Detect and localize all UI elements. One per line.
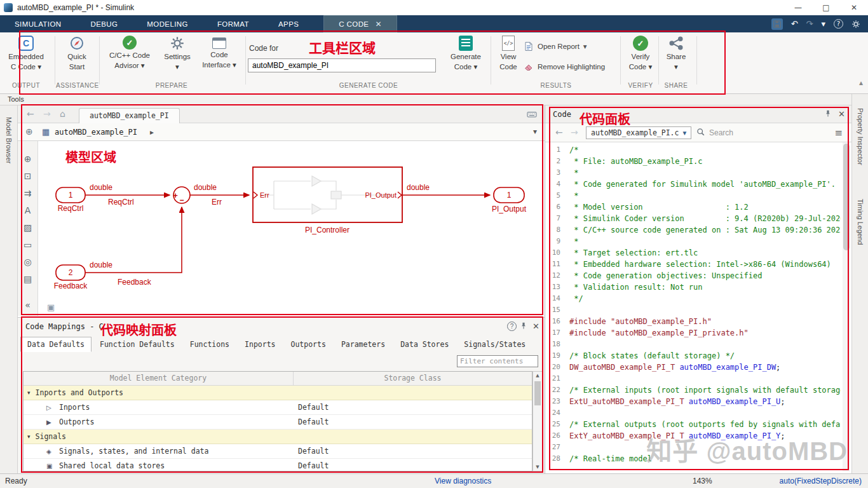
model-canvas[interactable]: 1 ReqCtrl 2 Feedback + − Err PI_Output P… [38,141,545,316]
tab-modeling[interactable]: MODELING [132,15,203,32]
category-row-signals[interactable]: ▾Signals [24,430,532,444]
help-icon[interactable]: ? [834,19,843,29]
qat-dropdown-icon[interactable]: ▾ [821,19,825,29]
timing-legend-tab[interactable]: Timing Legend [857,199,864,245]
maximize-button[interactable]: □ [812,0,840,15]
generate-code-button[interactable]: Generate Code ▾ [445,36,487,71]
storage-class-value[interactable]: Default [298,461,329,470]
file-selector[interactable]: autoMBD_example_PI.c ▾ [586,126,691,139]
image-icon[interactable]: ▨ [18,219,37,236]
code-interface-button[interactable]: Code Interface ▾ [198,36,240,69]
close-panel-icon[interactable]: ✕ [838,109,845,119]
minimize-button[interactable]: — [784,0,812,15]
expand-icon[interactable]: ▾ [27,390,31,396]
code-panel-title: Code [553,110,571,119]
tools-label: Tools [8,95,24,103]
verify-code-button[interactable]: ✓ Verify Code ▾ [624,36,657,71]
redo-icon[interactable]: ↷ [806,19,813,29]
mappings-tab-functions[interactable]: Functions [183,337,236,352]
collapse-palette-icon[interactable]: « [18,296,37,313]
remove-highlighting-button[interactable]: Remove Highlighting [524,62,605,72]
mappings-tab-inports[interactable]: Inports [238,337,282,352]
zoom-icon[interactable]: ⊕ [18,150,37,167]
mapping-row-inports[interactable]: ▷InportsDefault [24,400,532,415]
pin-icon[interactable] [824,109,832,118]
keyboard-icon[interactable] [527,109,537,119]
mappings-tab-function-defaults[interactable]: Function Defaults [93,337,182,352]
menu-icon[interactable]: ≡ [834,127,843,139]
screenshot-icon[interactable]: ◎ [18,253,37,270]
model-browser-tab[interactable]: Model Browser [5,117,13,163]
up-to-parent-icon[interactable]: ⌂ [60,109,65,119]
storage-class-value[interactable]: Default [298,417,329,426]
mappings-tab-data-stores[interactable]: Data Stores [393,337,456,352]
mappings-tabs: Data DefaultsFunction DefaultsFunctionsI… [20,336,532,352]
open-report-button[interactable]: Open Report ▾ [524,41,587,51]
scrollbar-thumb[interactable] [843,144,850,250]
back-icon[interactable]: ← [555,127,563,137]
breadcrumb[interactable]: autoMBD_example_PI [55,128,137,137]
save-icon[interactable] [771,18,783,30]
code-scrollbar[interactable] [843,142,850,471]
quick-start-icon [69,36,85,51]
fit-view-icon[interactable]: ⊡ [18,167,37,184]
tab-apps[interactable]: APPS [264,15,313,32]
code-advisor-button[interactable]: ✓ C/C++ Code Advisor ▾ [102,36,158,70]
mapping-row-signals-states-and-internal-data[interactable]: ◈Signals, states, and internal dataDefau… [24,444,532,459]
mappings-tab-signals-states[interactable]: Signals/States [457,337,532,352]
signal-name-label: ReqCtrl [108,198,134,207]
close-tab-icon[interactable]: ✕ [375,20,381,29]
close-button[interactable]: ✕ [840,0,868,15]
eraser-icon [524,62,534,72]
pin-icon[interactable] [519,322,528,330]
line-number: 19 [545,350,567,362]
view-diagnostics-link[interactable]: View diagnostics [435,477,491,485]
search-input[interactable] [709,126,770,139]
breadcrumb-dropdown-icon[interactable]: ▾ [533,127,537,136]
outport-number: 1 [507,191,512,200]
viewmarks-icon[interactable]: ▤ [18,270,37,287]
solver-link[interactable]: auto(FixedStepDiscrete) [780,477,862,485]
share-button[interactable]: Share ▾ [661,36,691,71]
draw-area-icon[interactable]: ▭ [18,236,37,253]
section-generate-code: GENERATE CODE [248,82,489,89]
code-for-input[interactable] [248,58,436,72]
embedded-c-code-button[interactable]: C Embedded C Code ▾ [4,36,48,71]
mapping-row-outports[interactable]: ▶OutportsDefault [24,415,532,430]
tab-c-code[interactable]: C CODE ✕ [323,15,397,32]
mappings-tab-data-defaults[interactable]: Data Defaults [20,337,92,352]
scroll-up-icon[interactable]: ▲ [533,373,542,378]
view-code-icon: </> [502,36,515,51]
category-row-inports-and-outports[interactable]: ▾Inports and Outports [24,386,532,400]
expand-icon[interactable]: ▾ [27,433,31,440]
undo-icon[interactable]: ↶ [791,19,798,29]
collapse-ribbon-icon[interactable]: ▴ [859,78,863,87]
preferences-gear-icon[interactable] [851,20,860,29]
mappings-scrollbar[interactable]: ▲ ▼ [532,371,543,471]
canvas-badge-icon[interactable]: ▣ [47,302,55,312]
close-panel-icon[interactable]: ✕ [532,322,539,331]
breadcrumb-home-icon[interactable]: ⊕ [25,126,33,137]
storage-class-value[interactable]: Default [298,447,329,456]
back-icon[interactable]: ← [27,109,34,119]
property-inspector-tab[interactable]: Property Inspector [857,108,864,165]
tab-format[interactable]: FORMAT [203,15,264,32]
annotation-icon[interactable]: A [18,201,37,219]
mappings-tab-parameters[interactable]: Parameters [334,337,392,352]
tab-simulation[interactable]: SIMULATION [0,15,76,32]
mapping-row-shared-local-data-stores[interactable]: ▣Shared local data storesDefault [24,459,532,471]
scrollbar-thumb[interactable] [534,381,541,405]
settings-button[interactable]: Settings ▾ [160,36,194,71]
tab-debug[interactable]: DEBUG [76,15,132,32]
mappings-tab-outports[interactable]: Outports [284,337,333,352]
help-icon[interactable]: ? [507,322,517,331]
storage-class-value[interactable]: Default [298,403,329,412]
signal-routing-icon[interactable]: ⇉ [18,184,37,201]
quick-start-button[interactable]: Quick Start [58,36,95,71]
filter-contents-input[interactable] [457,355,538,367]
forward-icon[interactable]: → [571,127,578,137]
scroll-down-icon[interactable]: ▼ [533,464,542,470]
view-code-button[interactable]: </> View Code [493,36,524,71]
forward-icon[interactable]: → [43,109,51,119]
document-tab[interactable]: autoMBD_example_PI [79,108,180,123]
